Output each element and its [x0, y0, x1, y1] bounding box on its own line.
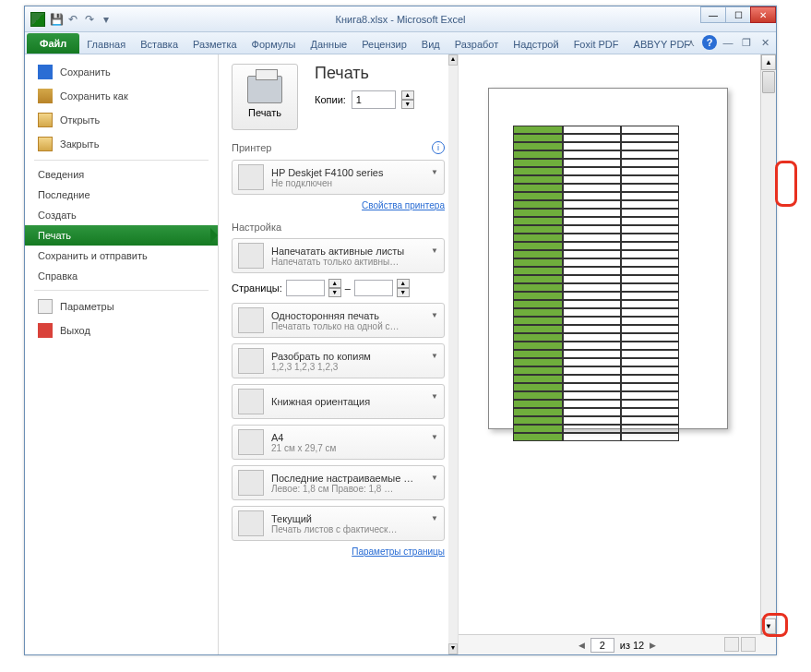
print-what-select[interactable]: Напечатать активные листыНапечатать толь…: [232, 238, 445, 273]
next-page-button[interactable]: ▶: [650, 641, 656, 650]
scroll-down-icon[interactable]: ▼: [761, 618, 776, 634]
tab-developer[interactable]: Разработ: [447, 35, 506, 54]
tab-home[interactable]: Главная: [79, 35, 133, 54]
sidebar-print[interactable]: Печать: [25, 225, 218, 246]
page-setup-link[interactable]: Параметры страницы: [232, 546, 445, 557]
copies-down[interactable]: ▼: [401, 100, 414, 109]
zoom-page-button[interactable]: [741, 637, 756, 652]
spin-down[interactable]: ▼: [397, 288, 410, 297]
tab-addins[interactable]: Надстрой: [506, 35, 566, 54]
print-preview: ▲ ▼ ◀ из 12 ▶: [459, 54, 776, 654]
exit-icon: [38, 323, 53, 338]
tab-file[interactable]: Файл: [27, 33, 79, 54]
preview-table: [513, 126, 679, 441]
pages-sep: –: [345, 282, 351, 294]
sidebar-close[interactable]: Закрыть: [25, 132, 218, 156]
tab-data[interactable]: Данные: [303, 35, 354, 54]
opt-sub: 1,2,3 1,2,3 1,2,3: [271, 362, 438, 372]
chevron-down-icon: ▼: [431, 514, 438, 522]
page-to-input[interactable]: [354, 280, 393, 296]
redo-icon[interactable]: ↷: [82, 12, 97, 27]
sidebar-info[interactable]: Сведения: [25, 164, 218, 185]
opt-title: Последние настраиваемые …: [271, 473, 438, 484]
tab-foxit[interactable]: Foxit PDF: [567, 35, 626, 54]
help-icon[interactable]: ?: [702, 35, 717, 50]
close-button[interactable]: ✕: [750, 6, 776, 23]
margins-select[interactable]: Последние настраиваемые …Левое: 1,8 см П…: [232, 465, 445, 500]
printer-select[interactable]: HP Deskjet F4100 seriesНе подключен ▼: [232, 160, 445, 195]
qat-dropdown-icon[interactable]: ▾: [99, 12, 113, 27]
backstage: Сохранить Сохранить как Открыть Закрыть …: [25, 54, 776, 654]
sidebar-item-label: Справка: [38, 270, 78, 282]
sidebar-exit[interactable]: Выход: [25, 318, 218, 342]
spin-down[interactable]: ▼: [328, 288, 341, 297]
sidebar-recent[interactable]: Последние: [25, 185, 218, 205]
minimize-ribbon-icon[interactable]: ⋏: [684, 35, 698, 50]
printer-status-icon: [238, 164, 264, 190]
doc-restore-icon[interactable]: ❐: [739, 35, 754, 50]
paper-size-select[interactable]: A421 см x 29,7 см▼: [232, 425, 445, 460]
sidebar-open[interactable]: Открыть: [25, 108, 218, 132]
copies-label: Копии:: [315, 94, 346, 105]
collate-icon: [238, 348, 264, 374]
scroll-up-icon[interactable]: ▲: [448, 54, 458, 66]
sidebar-share[interactable]: Сохранить и отправить: [25, 246, 218, 266]
settings-scrollbar[interactable]: ▲ ▼: [448, 54, 458, 654]
minimize-button[interactable]: —: [700, 6, 726, 23]
print-button[interactable]: Печать: [232, 64, 298, 130]
separator: [34, 160, 209, 161]
orientation-icon: [238, 389, 264, 414]
tab-review[interactable]: Рецензир: [354, 35, 414, 54]
save-icon: [38, 65, 53, 79]
sidebar-saveas[interactable]: Сохранить как: [25, 84, 218, 108]
opt-title: Напечатать активные листы: [271, 246, 438, 257]
sidebar-item-label: Закрыть: [60, 138, 99, 150]
printer-name: HP Deskjet F4100 series: [271, 167, 438, 178]
print-settings-panel: Печать Печать Копии: ▲▼ Принтерi HP Desk…: [219, 54, 459, 654]
opt-sub: Печатать только на одной с…: [271, 321, 438, 331]
settings-heading: Настройка: [232, 222, 281, 233]
printer-properties-link[interactable]: Свойства принтера: [232, 200, 445, 210]
tab-formulas[interactable]: Формулы: [244, 35, 304, 54]
page-from-input[interactable]: [286, 280, 325, 296]
saveas-icon: [38, 89, 53, 103]
sidebar-help[interactable]: Справка: [25, 266, 218, 286]
sidebar-options[interactable]: Параметры: [25, 294, 218, 318]
excel-icon: [30, 12, 45, 27]
options-icon: [38, 299, 53, 314]
copies-up[interactable]: ▲: [401, 90, 414, 100]
close-icon: [38, 137, 53, 151]
tab-layout[interactable]: Разметка: [185, 35, 244, 54]
spin-up[interactable]: ▲: [397, 279, 410, 288]
page-number-input[interactable]: [590, 638, 614, 653]
sides-select[interactable]: Односторонняя печатьПечатать только на о…: [232, 303, 445, 338]
opt-sub: Печать листов с фактическ…: [271, 524, 438, 534]
undo-icon[interactable]: ↶: [66, 12, 80, 27]
tab-view[interactable]: Вид: [414, 35, 447, 54]
opt-title: Односторонняя печать: [271, 310, 438, 321]
doc-minimize-icon[interactable]: —: [721, 35, 735, 50]
sidebar-save[interactable]: Сохранить: [25, 60, 218, 84]
maximize-button[interactable]: ☐: [725, 6, 751, 23]
preview-scrollbar[interactable]: ▲ ▼: [760, 54, 776, 634]
spin-up[interactable]: ▲: [328, 279, 341, 288]
info-icon[interactable]: i: [432, 141, 445, 154]
doc-close-icon[interactable]: ✕: [757, 35, 772, 50]
scaling-select[interactable]: ТекущийПечать листов с фактическ…▼: [232, 506, 445, 541]
chevron-down-icon: ▼: [431, 168, 438, 176]
orientation-select[interactable]: Книжная ориентация▼: [232, 384, 445, 419]
scroll-down-icon[interactable]: ▼: [448, 643, 458, 654]
prev-page-button[interactable]: ◀: [578, 641, 585, 650]
opt-title: Разобрать по копиям: [271, 351, 438, 362]
copies-input[interactable]: [352, 90, 396, 109]
scroll-up-icon[interactable]: ▲: [761, 54, 776, 70]
sidebar-item-label: Сохранить как: [60, 90, 128, 102]
sidebar-new[interactable]: Создать: [25, 205, 218, 225]
window-title: Книга8.xlsx - Microsoft Excel: [25, 14, 776, 25]
tab-insert[interactable]: Вставка: [133, 35, 185, 54]
show-margins-button[interactable]: [724, 637, 739, 652]
printer-heading: Принтер: [232, 142, 271, 153]
scroll-thumb[interactable]: [762, 71, 775, 93]
collate-select[interactable]: Разобрать по копиям1,2,3 1,2,3 1,2,3▼: [232, 343, 445, 378]
save-icon[interactable]: 💾: [49, 12, 64, 27]
